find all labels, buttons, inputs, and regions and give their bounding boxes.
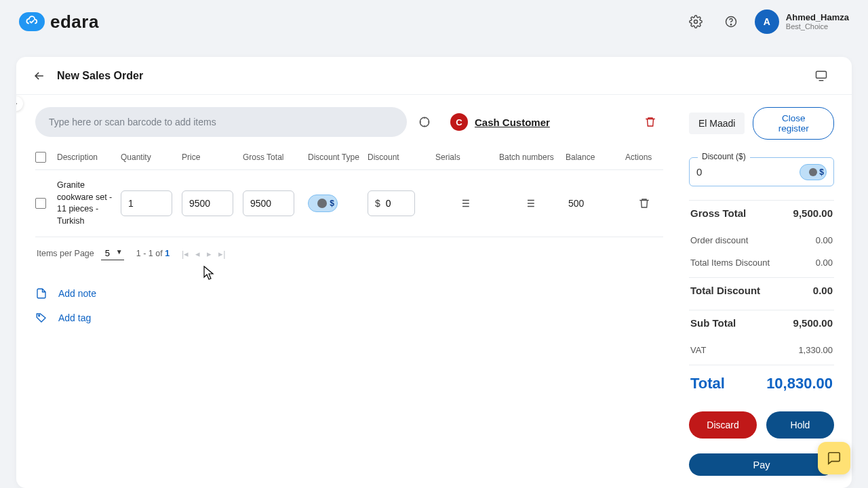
order-discount-input[interactable] xyxy=(696,166,751,178)
gross-total-value: 9,500.00 xyxy=(793,207,833,219)
first-page-icon[interactable]: |◂ xyxy=(182,249,189,259)
discount-type-toggle[interactable]: $ xyxy=(308,195,338,212)
page-range: 1 - 1 of 1 xyxy=(136,249,170,258)
table-row: Granite cookware set - 11 pieces - Turki… xyxy=(35,170,663,237)
svg-rect-3 xyxy=(816,71,827,78)
items-discount-value: 0.00 xyxy=(816,258,833,268)
add-tag-label: Add tag xyxy=(58,312,91,323)
col-price: Price xyxy=(182,152,237,162)
add-note-label: Add note xyxy=(58,288,96,299)
settings-icon[interactable] xyxy=(684,10,707,33)
svg-point-5 xyxy=(39,315,40,317)
table-header: Description Quantity Price Gross Total D… xyxy=(35,146,663,170)
items-discount-label: Total Items Discount xyxy=(690,258,770,268)
items-per-page-select[interactable]: 5 xyxy=(101,247,124,260)
total-label: Total xyxy=(690,375,725,392)
total-value: 10,830.00 xyxy=(766,375,833,392)
chat-fab[interactable] xyxy=(818,442,850,474)
toggle-label: $ xyxy=(819,167,824,177)
sub-total-label: Sub Total xyxy=(690,317,736,329)
user-name: Ahmed_Hamza xyxy=(786,12,849,23)
discard-button[interactable]: Discard xyxy=(689,411,757,439)
gross-total-label: Gross Total xyxy=(690,207,746,219)
col-serials: Serials xyxy=(435,152,494,162)
clear-customer-icon[interactable] xyxy=(644,116,656,128)
serials-button[interactable] xyxy=(458,197,471,209)
toggle-label: $ xyxy=(330,199,334,208)
customer-name-link[interactable]: Cash Customer xyxy=(475,117,550,128)
brand-name: edara xyxy=(50,12,99,33)
pay-button[interactable]: Pay xyxy=(689,453,834,476)
price-input[interactable] xyxy=(182,190,233,216)
item-search-box[interactable] xyxy=(35,107,407,137)
next-page-icon[interactable]: ▸ xyxy=(207,249,212,259)
row-checkbox[interactable] xyxy=(35,198,46,209)
row-description: Granite cookware set - 11 pieces - Turki… xyxy=(57,180,115,227)
display-icon[interactable] xyxy=(810,64,833,87)
customer-badge: C xyxy=(450,113,468,131)
toggle-dot xyxy=(809,168,817,176)
col-quantity: Quantity xyxy=(121,152,176,162)
location-chip[interactable]: El Maadi xyxy=(689,113,745,134)
discount-prefix: $ xyxy=(375,198,380,209)
prev-page-icon[interactable]: ◂ xyxy=(195,249,200,259)
sub-total-value: 9,500.00 xyxy=(793,317,833,329)
back-arrow-icon[interactable] xyxy=(33,69,46,83)
hold-button[interactable]: Hold xyxy=(766,411,834,439)
avatar: A xyxy=(755,9,779,34)
cursor-icon xyxy=(203,266,214,281)
total-discount-label: Total Discount xyxy=(690,285,760,296)
svg-point-0 xyxy=(694,20,697,24)
vat-value: 1,330.00 xyxy=(798,345,833,355)
cloud-icon xyxy=(19,12,45,31)
batch-button[interactable] xyxy=(524,197,536,209)
brand-logo[interactable]: edara xyxy=(19,12,99,33)
col-actions: Actions xyxy=(625,152,663,162)
page-title: New Sales Order xyxy=(57,70,143,82)
order-discount-label: Discount ($) xyxy=(698,152,750,161)
total-discount-value: 0.00 xyxy=(813,285,833,296)
col-discount: Discount xyxy=(368,152,430,162)
barcode-scan-icon[interactable] xyxy=(418,115,431,129)
close-register-button[interactable]: Close register xyxy=(753,107,834,140)
last-page-icon[interactable]: ▸| xyxy=(218,249,225,259)
order-discount-type-toggle[interactable]: $ xyxy=(800,164,827,180)
user-subtitle: Best_Choice xyxy=(786,22,849,31)
add-note-button[interactable]: Add note xyxy=(35,287,663,300)
col-description: Description xyxy=(57,152,115,162)
user-menu[interactable]: A Ahmed_Hamza Best_Choice xyxy=(755,9,849,34)
discount-input-wrapper[interactable]: $ xyxy=(368,190,415,216)
discount-input[interactable] xyxy=(386,198,409,209)
items-per-page-label: Items per Page xyxy=(37,249,94,258)
svg-point-2 xyxy=(730,24,731,25)
col-batch-numbers: Batch numbers xyxy=(499,152,560,162)
tag-icon xyxy=(35,312,47,324)
delete-row-icon[interactable] xyxy=(638,197,650,209)
quantity-input[interactable] xyxy=(121,190,172,216)
order-discount-field[interactable]: Discount ($) $ xyxy=(689,157,834,186)
vat-label: VAT xyxy=(690,345,706,355)
customer-selector[interactable]: C Cash Customer xyxy=(450,113,550,131)
order-discount-sum-value: 0.00 xyxy=(816,235,833,245)
toggle-dot xyxy=(317,199,327,208)
svg-point-4 xyxy=(420,117,429,126)
note-icon xyxy=(35,287,47,300)
col-gross-total: Gross Total xyxy=(243,152,302,162)
order-discount-sum-label: Order discount xyxy=(690,235,748,245)
help-icon[interactable] xyxy=(719,10,743,33)
gross-total-input[interactable] xyxy=(243,190,294,216)
item-search-input[interactable] xyxy=(49,117,393,127)
col-discount-type: Discount Type xyxy=(308,152,362,162)
balance-value: 500 xyxy=(566,198,620,209)
col-balance: Balance xyxy=(566,152,620,162)
select-all-checkbox[interactable] xyxy=(35,152,46,163)
add-tag-button[interactable]: Add tag xyxy=(35,312,663,324)
